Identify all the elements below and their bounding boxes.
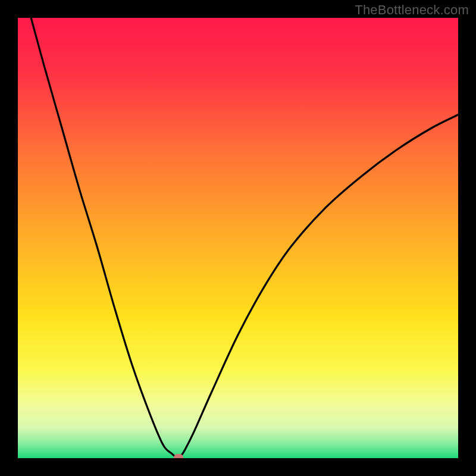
watermark-text: TheBottleneck.com bbox=[355, 2, 469, 18]
curve-layer bbox=[18, 18, 458, 458]
bottleneck-curve bbox=[31, 18, 458, 458]
chart-frame: TheBottleneck.com bbox=[0, 0, 476, 476]
plot-area bbox=[18, 18, 458, 458]
optimal-marker bbox=[174, 454, 183, 458]
